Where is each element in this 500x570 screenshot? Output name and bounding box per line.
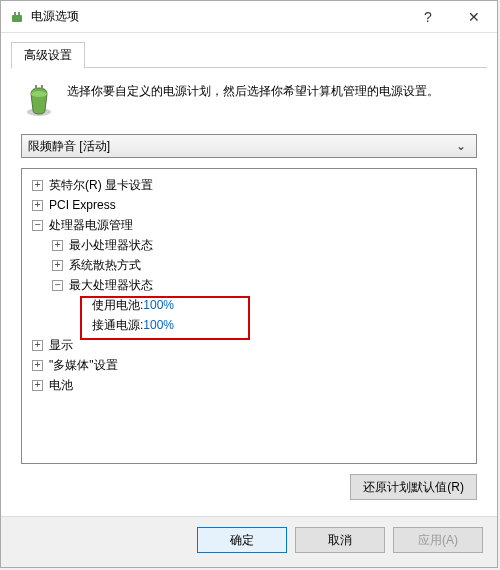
expand-icon[interactable]: + (32, 340, 43, 351)
expand-icon[interactable]: + (52, 240, 63, 251)
close-button[interactable]: ✕ (451, 1, 497, 33)
battery-icon (21, 82, 57, 118)
collapse-icon[interactable]: − (32, 220, 43, 231)
expand-icon[interactable]: + (32, 200, 43, 211)
expand-icon[interactable]: + (52, 260, 63, 271)
tree-item-intel-graphics[interactable]: + 英特尔(R) 显卡设置 (26, 175, 472, 195)
ok-button[interactable]: 确定 (197, 527, 287, 553)
tree-item-display[interactable]: + 显示 (26, 335, 472, 355)
restore-defaults-button[interactable]: 还原计划默认值(R) (350, 474, 477, 500)
tree-item-cooling-policy[interactable]: + 系统散热方式 (26, 255, 472, 275)
restore-row: 还原计划默认值(R) (21, 464, 477, 506)
expand-icon[interactable]: + (32, 380, 43, 391)
svg-rect-4 (35, 85, 37, 89)
svg-rect-2 (18, 12, 20, 15)
help-button[interactable]: ? (405, 1, 451, 33)
expand-icon[interactable]: + (32, 360, 43, 371)
collapse-icon[interactable]: − (52, 280, 63, 291)
window-title: 电源选项 (31, 8, 405, 25)
tree-item-pci-express[interactable]: + PCI Express (26, 195, 472, 215)
tree-item-battery[interactable]: + 电池 (26, 375, 472, 395)
chevron-down-icon: ⌄ (452, 139, 470, 153)
svg-rect-5 (41, 85, 43, 89)
tree-value-on-battery[interactable]: 使用电池: 100% (26, 295, 472, 315)
svg-rect-0 (12, 15, 22, 22)
power-plan-selected: 限频静音 [活动] (28, 138, 452, 155)
settings-tree[interactable]: + 英特尔(R) 显卡设置 + PCI Express − 处理器电源管理 + … (21, 168, 477, 464)
apply-button[interactable]: 应用(A) (393, 527, 483, 553)
intro-row: 选择你要自定义的电源计划，然后选择你希望计算机管理的电源设置。 (21, 82, 477, 118)
power-options-dialog: 电源选项 ? ✕ 高级设置 选择你要自定义的电源计划，然后选择你希望计算机管理的… (0, 0, 498, 568)
tree-value-plugged-in[interactable]: 接通电源: 100% (26, 315, 472, 335)
svg-rect-1 (14, 12, 16, 15)
tree-item-min-cpu-state[interactable]: + 最小处理器状态 (26, 235, 472, 255)
tree-item-max-cpu-state[interactable]: − 最大处理器状态 (26, 275, 472, 295)
dialog-footer: 确定 取消 应用(A) (1, 516, 497, 567)
app-icon (9, 9, 25, 25)
tab-bar: 高级设置 (1, 33, 497, 68)
svg-point-6 (31, 91, 47, 97)
titlebar: 电源选项 ? ✕ (1, 1, 497, 33)
cancel-button[interactable]: 取消 (295, 527, 385, 553)
intro-text: 选择你要自定义的电源计划，然后选择你希望计算机管理的电源设置。 (67, 82, 439, 118)
power-plan-select[interactable]: 限频静音 [活动] ⌄ (21, 134, 477, 158)
tree-item-multimedia[interactable]: + "多媒体"设置 (26, 355, 472, 375)
tree-item-cpu-power[interactable]: − 处理器电源管理 (26, 215, 472, 235)
tab-advanced[interactable]: 高级设置 (11, 42, 85, 69)
expand-icon[interactable]: + (32, 180, 43, 191)
content-area: 选择你要自定义的电源计划，然后选择你希望计算机管理的电源设置。 限频静音 [活动… (1, 68, 497, 516)
